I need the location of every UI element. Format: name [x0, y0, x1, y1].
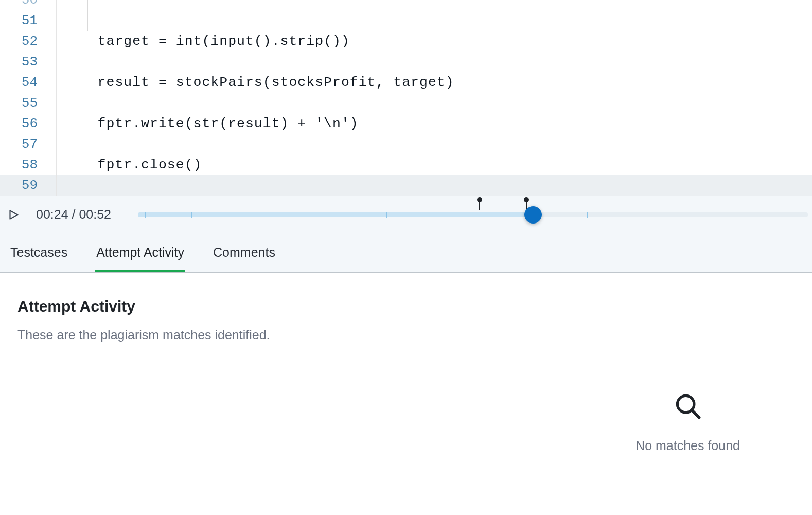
- total-time: 00:52: [79, 207, 111, 221]
- code-line: [57, 134, 812, 154]
- line-number: 50: [0, 0, 56, 10]
- line-number: 53: [0, 52, 56, 72]
- tab-testcases[interactable]: Testcases: [9, 234, 68, 272]
- empty-state: No matches found: [636, 393, 740, 453]
- line-number: 54: [0, 72, 56, 93]
- code-line: [57, 175, 812, 196]
- code-line: [57, 0, 812, 10]
- playback-time: 00:24 / 00:52: [36, 207, 111, 222]
- track-fill: [138, 212, 533, 217]
- play-button[interactable]: [5, 207, 22, 223]
- playback-bar: 00:24 / 00:52: [0, 196, 812, 233]
- play-icon: [7, 208, 20, 221]
- line-number: 51: [0, 10, 56, 31]
- panel-description: These are the plagiarism matches identif…: [17, 328, 795, 342]
- track-tick: [191, 212, 192, 218]
- tab-attempt-activity[interactable]: Attempt Activity: [95, 234, 185, 272]
- tab-comments[interactable]: Comments: [212, 234, 276, 272]
- track-marker-pin[interactable]: [476, 197, 483, 211]
- code-line: fptr.close(): [57, 154, 812, 175]
- line-number: 58: [0, 154, 56, 175]
- empty-state-text: No matches found: [636, 438, 740, 453]
- magnifier-icon: [675, 393, 701, 420]
- code-line: result = stockPairs(stocksProfit, target…: [57, 72, 812, 93]
- line-number: 52: [0, 31, 56, 52]
- line-number-gutter: 50 51 52 53 54 55 56 57 58 59: [0, 0, 57, 196]
- code-line: [57, 10, 812, 31]
- track-tick: [386, 212, 387, 218]
- line-number: 55: [0, 93, 56, 113]
- playback-track[interactable]: [138, 204, 808, 225]
- track-knob[interactable]: [524, 206, 542, 224]
- code-body[interactable]: target = int(input().strip()) result = s…: [57, 0, 812, 196]
- attempt-activity-panel: Attempt Activity These are the plagiaris…: [0, 273, 812, 367]
- tabs-bar: Testcases Attempt Activity Comments: [0, 233, 812, 273]
- code-editor: 50 51 52 53 54 55 56 57 58 59 target = i…: [0, 0, 812, 196]
- indent-guide: [87, 0, 88, 31]
- svg-line-1: [692, 410, 699, 418]
- code-line: target = int(input().strip()): [57, 31, 812, 52]
- track-tick: [587, 212, 588, 218]
- code-line: fptr.write(str(result) + '\n'): [57, 113, 812, 134]
- current-time: 00:24: [36, 207, 68, 221]
- code-line: [57, 52, 812, 72]
- line-number: 56: [0, 113, 56, 134]
- track-tick: [145, 212, 146, 218]
- line-number: 59: [0, 175, 56, 196]
- line-number: 57: [0, 134, 56, 154]
- panel-title: Attempt Activity: [17, 298, 795, 315]
- code-line: [57, 93, 812, 113]
